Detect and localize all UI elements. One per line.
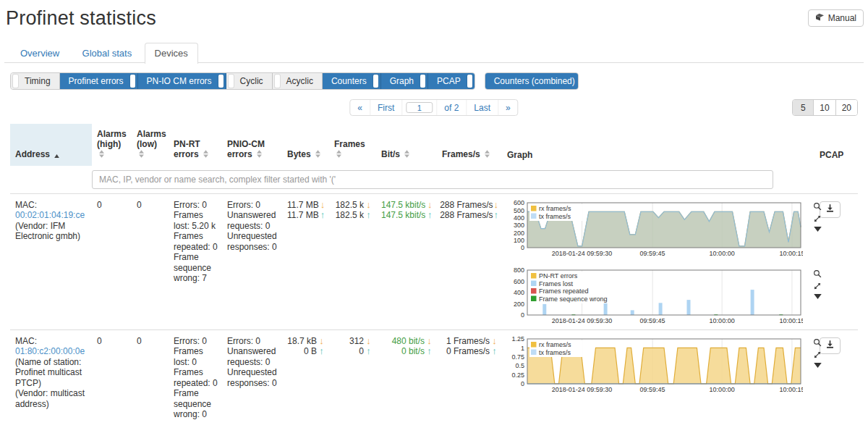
toggle-counters-combined[interactable]: Counters (combined) xyxy=(485,73,578,89)
pagination-next-button[interactable]: » xyxy=(498,100,518,115)
pagination-page-input[interactable] xyxy=(406,102,433,113)
table-search-row xyxy=(10,166,858,194)
pnio-errors: Errors: 0 xyxy=(227,336,278,347)
page-size-10[interactable]: 10 xyxy=(814,100,835,115)
search-row-spacer xyxy=(10,166,92,194)
magnifier-icon[interactable] xyxy=(813,202,822,211)
toggle-label: PN-IO CM errors xyxy=(140,76,218,86)
y-tick-label: 0.75 xyxy=(511,353,524,361)
column-header-frames[interactable]: Frames xyxy=(329,124,376,166)
caret-down-icon[interactable] xyxy=(814,294,822,299)
address-details-2: (Vendor: multicast address) xyxy=(15,388,88,409)
toggle-knob xyxy=(218,75,224,88)
diagonal-resize-icon[interactable] xyxy=(813,282,822,290)
legend-swatch xyxy=(531,342,537,348)
table-header-row: Address Alarms (high) Alarms (low) xyxy=(10,124,858,166)
pcap-download-button[interactable] xyxy=(820,337,841,354)
pnrt-errors: Errors: 0 xyxy=(174,200,218,211)
diagonal-resize-icon[interactable] xyxy=(813,214,822,223)
page-size-20[interactable]: 20 xyxy=(836,100,857,115)
column-header-label: Bytes xyxy=(287,149,311,159)
arrow-down-icon: ↓ xyxy=(365,200,373,209)
column-header-frames-per-s[interactable]: Frames/s xyxy=(437,124,502,166)
toggle-knob xyxy=(467,75,472,88)
pagination-prev-button[interactable]: « xyxy=(350,100,370,115)
toggle-knob xyxy=(420,75,425,88)
toggle-timing[interactable]: Timing xyxy=(11,73,60,89)
column-header-label: Alarms (high) xyxy=(97,129,127,149)
mac-address-link[interactable]: 00:02:01:04:19:ce xyxy=(15,210,85,220)
chart-errors[interactable]: 0200400600800PN-RT errorsFrames lostFram… xyxy=(502,267,803,325)
column-header-alarms-low[interactable]: Alarms (low) xyxy=(132,124,169,166)
chart-frames-per-s[interactable]: 0100200300400500600rx frames/stx frames/… xyxy=(502,200,803,258)
column-header-label: PN-RT errors xyxy=(174,139,200,159)
toggle-counters[interactable]: Counters xyxy=(323,73,381,89)
tab-devices[interactable]: Devices xyxy=(145,43,198,64)
legend-swatch xyxy=(531,349,537,355)
frames-rx-value: 312 xyxy=(349,336,364,347)
pagination-first-button[interactable]: First xyxy=(370,100,402,115)
chart-frames-per-s[interactable]: 00.250.50.7511.25rx frames/stx frames/s2… xyxy=(502,336,803,394)
column-header-pnrt-errors[interactable]: PN-RT errors xyxy=(169,124,222,166)
pcap-download-button[interactable] xyxy=(820,201,841,218)
column-header-address[interactable]: Address xyxy=(10,124,92,166)
pnrt-frames-repeated: Frames repeated: 0 xyxy=(174,367,218,388)
magnifier-icon[interactable] xyxy=(813,338,822,347)
frames-tx-value: 0 xyxy=(359,346,364,357)
pnrt-frames-lost: Frames lost: 0 xyxy=(174,346,218,367)
toggle-knob xyxy=(373,75,378,88)
frames-per-s-rx-value: 288 Frames/s xyxy=(440,200,493,211)
tab-overview[interactable]: Overview xyxy=(10,43,69,64)
arrow-up-icon: ↑ xyxy=(494,210,499,219)
chart-actions xyxy=(803,267,822,299)
frames-per-s-rx-value: 1 Frames/s xyxy=(446,336,490,347)
caret-down-icon[interactable] xyxy=(814,363,822,368)
download-icon xyxy=(825,203,835,216)
toggle-acyclic[interactable]: Acyclic xyxy=(273,73,323,89)
pnio-unanswered-requests: Unanswered requests: 0 xyxy=(227,346,278,367)
sort-icon xyxy=(257,150,262,160)
column-header-pnio-cm-errors[interactable]: PNIO-CM errors xyxy=(222,124,282,166)
manual-button[interactable]: Manual xyxy=(808,9,864,27)
column-header-label: Frames xyxy=(334,139,365,149)
cell-pnio-cm-errors: Errors: 0 Unanswered requests: 0 Unreque… xyxy=(222,193,282,329)
column-header-bitrate[interactable]: Bit/s xyxy=(376,124,437,166)
column-header-alarms-high[interactable]: Alarms (high) xyxy=(92,124,132,166)
cell-bitrate: 480 bit/s↓ 0 bit/s↑ xyxy=(376,329,437,424)
legend-swatch xyxy=(531,280,537,286)
cell-bitrate: 147.5 kbit/s↓ 147.5 kbit/s↑ xyxy=(376,193,437,329)
sort-icon xyxy=(315,150,320,160)
graph-block: 00.250.50.7511.25rx frames/stx frames/s2… xyxy=(502,336,811,394)
bar xyxy=(659,303,663,315)
toggle-pn-io-cm-errors[interactable]: PN-IO CM errors xyxy=(138,73,226,89)
x-tick-label: 10:00:00 xyxy=(710,317,735,324)
cell-alarms-high: 0 xyxy=(92,193,132,329)
pagination-last-button[interactable]: Last xyxy=(467,100,498,115)
y-tick-label: 1.25 xyxy=(511,336,524,343)
cell-frames: 182.5 k↓ 182.5 k↑ xyxy=(329,193,376,329)
address-details: (Name of station: Profinet multicast PTC… xyxy=(15,357,88,389)
search-input[interactable] xyxy=(92,170,773,189)
table-row: MAC: 01:80:c2:00:00:0e (Name of station:… xyxy=(10,329,858,424)
pnio-unanswered-requests: Unanswered requests: 0 xyxy=(227,210,278,231)
mac-address-link[interactable]: 01:80:c2:00:00:0e xyxy=(15,346,85,356)
page-title: Profinet statistics xyxy=(4,0,864,30)
chart-actions xyxy=(803,336,822,368)
caret-down-icon[interactable] xyxy=(814,227,822,232)
tab-global-stats[interactable]: Global stats xyxy=(72,43,142,64)
magnifier-icon[interactable] xyxy=(813,269,822,278)
toggle-cyclic[interactable]: Cyclic xyxy=(226,73,273,89)
arrow-up-icon: ↑ xyxy=(318,346,326,356)
page-size-5[interactable]: 5 xyxy=(793,100,814,115)
toggle-label: Timing xyxy=(18,76,57,86)
diagonal-resize-icon[interactable] xyxy=(813,350,822,359)
mac-label: MAC: xyxy=(15,336,88,347)
bitrate-tx-value: 0 bit/s xyxy=(401,346,425,357)
cell-alarms-low: 0 xyxy=(132,329,169,424)
column-header-bytes[interactable]: Bytes xyxy=(282,124,329,166)
bytes-rx-value: 11.7 MB xyxy=(287,200,319,211)
toggle-profinet-errors[interactable]: Profinet errors xyxy=(60,73,138,89)
search-cell xyxy=(92,166,858,194)
toggle-pcap[interactable]: PCAP xyxy=(428,73,475,89)
toggle-graph[interactable]: Graph xyxy=(381,73,428,89)
